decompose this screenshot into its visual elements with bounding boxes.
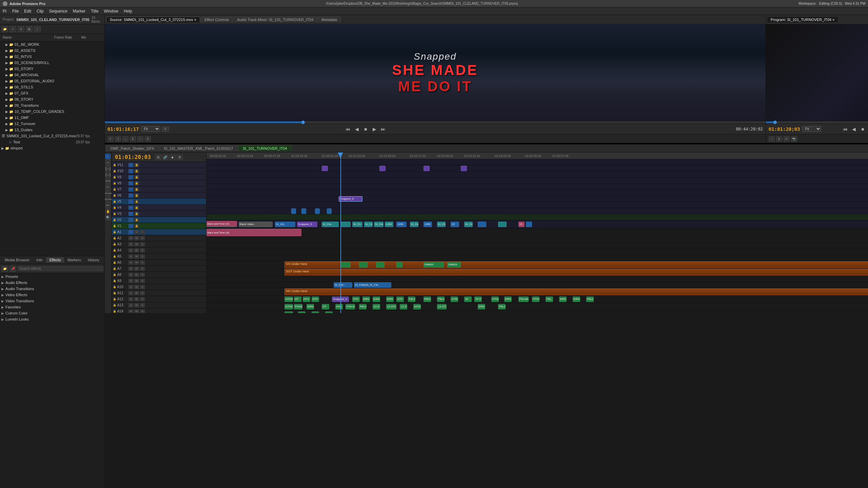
list-view-btn[interactable]: ≡ — [18, 26, 24, 32]
menu-title[interactable]: Title — [91, 9, 98, 14]
rolling-edit-tool[interactable]: {↔} — [105, 172, 111, 178]
list-item[interactable]: ▶ 📁 xlmport — [0, 145, 104, 151]
clip[interactable]: SI_Cle — [437, 222, 446, 227]
effects-search-input[interactable] — [18, 266, 103, 271]
source-tab-audio-mixer[interactable]: Audio Track Mixer: SI_101_TURNOVER_IT04 — [233, 17, 317, 22]
clip-ht[interactable]: HT006 — [451, 297, 458, 302]
extract-btn[interactable]: ↥ — [776, 136, 782, 142]
track-lock-btn[interactable]: 🔒 — [134, 194, 139, 198]
new-item-btn[interactable]: + — [9, 26, 16, 32]
lock-icon[interactable]: 🔒 — [113, 224, 116, 227]
timeline-tab-omf[interactable]: OMF_Patch_Shatter_GFX — [106, 145, 159, 151]
track-lock-btn[interactable]: 🔒 — [134, 218, 139, 222]
track-vis-btn[interactable]: V — [129, 200, 133, 204]
track-solo-btn[interactable]: S — [140, 273, 145, 277]
step-back-btn[interactable]: ⏮ — [344, 125, 352, 133]
lift-btn[interactable]: ↑ — [137, 136, 143, 142]
track-vis-btn[interactable]: V — [129, 175, 133, 179]
menu-help[interactable]: Help — [124, 9, 132, 14]
clip-ht[interactable]: PELM — [408, 297, 415, 302]
track-rec-btn[interactable]: A — [129, 291, 133, 295]
track-rec-btn[interactable]: A — [129, 255, 133, 259]
track-lock-btn[interactable]: 🔒 — [134, 181, 139, 185]
track-vis-btn[interactable]: V — [129, 212, 133, 216]
clip-stcleland[interactable]: St_Cleland_SI_Cle... — [354, 282, 391, 288]
track-rec-btn[interactable]: A — [129, 309, 133, 313]
export-frame-btn[interactable]: 📷 — [791, 136, 797, 142]
clip-barstones[interactable]: Bars and Tone (V) — [206, 221, 237, 226]
zoom-tool[interactable]: 🔍 — [105, 215, 111, 220]
effects-item-lumetri[interactable]: ▶ Lumetri Looks — [0, 316, 104, 322]
program-progress-thumb[interactable] — [773, 121, 777, 124]
effects-item-presets[interactable]: ▶ Presets — [0, 273, 104, 280]
source-tab-clip[interactable]: Source: SMMDI_101_Locked_Cut_3_072215.mo… — [106, 17, 200, 22]
clip-ht[interactable]: HTO0 — [284, 297, 293, 302]
clip[interactable] — [478, 222, 486, 227]
track-rec-btn[interactable]: A — [129, 230, 133, 234]
track-rec-btn[interactable]: A — [129, 279, 133, 283]
lock-icon[interactable]: 🔒 — [113, 243, 116, 246]
clip-ht[interactable]: ERNST — [573, 297, 580, 302]
track-rec-btn[interactable]: A — [129, 236, 133, 240]
track-mute-btn[interactable]: M — [134, 303, 139, 307]
lock-icon[interactable]: 🔒 — [113, 267, 116, 270]
clip[interactable] — [291, 208, 296, 214]
clip-ht[interactable]: ERN — [362, 297, 370, 302]
clip[interactable] — [423, 166, 430, 171]
program-progress-bar[interactable] — [766, 121, 868, 123]
list-item[interactable]: ▶ 📁 03_STORY — [0, 66, 104, 72]
track-vis-btn[interactable]: V — [129, 224, 133, 228]
clip-ht[interactable]: HTA — [335, 304, 343, 309]
tab-history[interactable]: History — [84, 257, 103, 263]
hand-tool[interactable]: ✋ — [105, 209, 111, 214]
sort-btn[interactable]: ↕ — [34, 26, 41, 32]
clip[interactable]: SI_Cle — [410, 222, 418, 227]
program-tab-main[interactable]: Program: SI_101_TURNOVER_IT04 × — [767, 17, 838, 22]
menu-file[interactable]: File — [12, 9, 19, 14]
overwrite-btn[interactable]: ↧ — [130, 136, 136, 142]
clip-ht[interactable]: HT006 — [298, 311, 305, 313]
effects-item-favorites[interactable]: ▶ Favorites — [0, 304, 104, 310]
clip[interactable] — [396, 262, 402, 267]
track-vis-btn[interactable]: V — [129, 163, 133, 167]
stop-btn[interactable]: ■ — [362, 125, 369, 133]
menu-pr[interactable]: Pr — [3, 9, 7, 14]
insert-btn[interactable]: ↓ — [122, 136, 129, 142]
clip[interactable]: 15 — [518, 222, 525, 227]
track-lock-btn[interactable]: 🔒 — [134, 169, 139, 173]
clip-ht[interactable]: HTO01 — [532, 297, 539, 302]
timeline-ruler[interactable]: 00:58:43:16 00:59:13:18 00:59:47:18 01:0… — [206, 152, 868, 159]
tab-info[interactable]: Info — [33, 257, 46, 263]
source-tab-metadata[interactable]: Metadata — [318, 17, 341, 22]
pen-tool[interactable]: ✏ — [105, 203, 111, 208]
lock-icon[interactable]: 🔒 — [113, 310, 116, 313]
track-lock-btn[interactable]: 🔒 — [134, 224, 139, 228]
track-mute-btn[interactable]: M — [134, 242, 139, 246]
region-vo-under[interactable]: VO Under Here — [284, 261, 868, 268]
track-vis-btn[interactable]: V — [129, 187, 133, 191]
track-vis-btn[interactable]: V — [129, 194, 133, 198]
list-item[interactable]: ▶ 📁 03_SCENES/BROLL — [0, 60, 104, 66]
clip[interactable] — [526, 222, 532, 227]
clip-bars-audio[interactable]: Bars and Tone (A) — [206, 229, 301, 236]
track-solo-btn[interactable]: S — [140, 291, 145, 295]
region-sot-under[interactable]: SOT Under Here — [284, 269, 868, 276]
track-vis-btn[interactable]: V — [129, 181, 133, 185]
list-item[interactable]: ▶ 📁 10_TEMP_COLOR_GRADES — [0, 108, 104, 115]
clip-ht[interactable]: PELM — [437, 297, 445, 302]
mark-out-btn[interactable]: ⌉ — [115, 136, 121, 142]
clip-stclean[interactable]: St_Clei... — [334, 282, 352, 288]
clip[interactable] — [340, 262, 351, 267]
clip[interactable] — [376, 262, 384, 267]
list-item[interactable]: ▶ 📁 08_STORY — [0, 96, 104, 102]
track-lock-btn[interactable]: 🔒 — [134, 175, 139, 179]
lock-icon[interactable]: 🔒 — [113, 230, 116, 233]
list-item[interactable]: ▶ 📁 13_Guides — [0, 127, 104, 133]
track-mute-btn[interactable]: M — [134, 248, 139, 252]
clip[interactable] — [359, 262, 368, 267]
menu-edit[interactable]: Edit — [24, 9, 31, 14]
track-vis-btn[interactable]: V — [129, 218, 133, 222]
clip-ht[interactable]: 25 — [464, 297, 472, 302]
clip-ht[interactable]: ERNSS — [284, 311, 293, 313]
link-sel-btn[interactable]: 🔗 — [162, 155, 169, 160]
